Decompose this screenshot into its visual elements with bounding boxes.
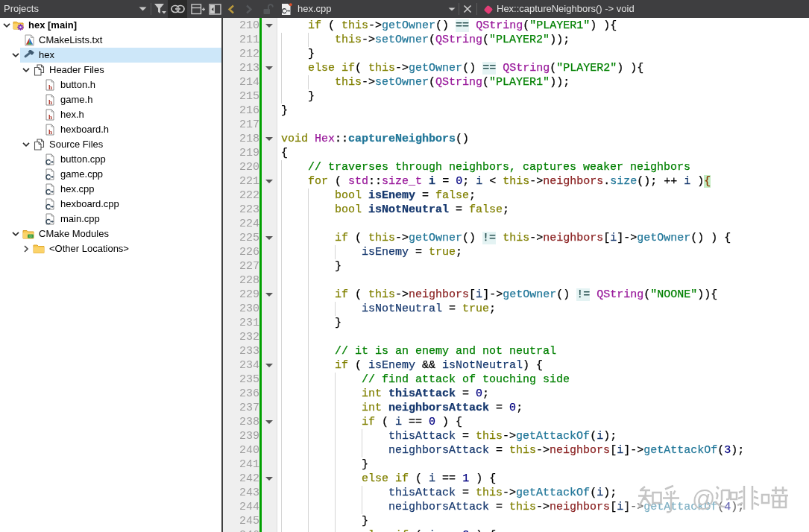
svg-text:h: h [48,128,52,136]
svg-text:h: h [48,83,52,91]
svg-text:@: @ [692,486,715,512]
svg-text:h: h [48,113,52,121]
svg-text:h: h [48,98,52,106]
